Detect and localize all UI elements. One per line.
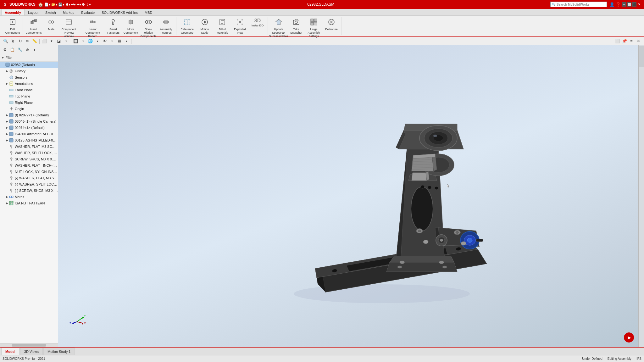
maximize-btn[interactable]: ⬛: [632, 2, 636, 7]
reference-geometry-btn[interactable]: ReferenceGeometry: [179, 17, 195, 35]
quick-settings[interactable]: ⚙: [82, 3, 85, 7]
view-hide-drop[interactable]: ▾: [109, 38, 115, 44]
tree-expand-btn[interactable]: ▸: [31, 46, 38, 53]
view-pin-btn[interactable]: 📌: [621, 38, 628, 44]
tree-expander-comp2[interactable]: ▶: [5, 118, 9, 125]
tree-item-mates[interactable]: ▶Mates: [0, 194, 58, 200]
restore-btn[interactable]: ⬜: [627, 2, 631, 7]
view-orientation-drop[interactable]: ▾: [63, 38, 69, 44]
view-expand-btn[interactable]: ⬜: [614, 38, 621, 44]
tree-expander-comp3[interactable]: ▶: [5, 125, 9, 131]
tree-scroll[interactable]: [0, 343, 58, 347]
insert-components-btn[interactable]: InsertComponents: [25, 17, 42, 35]
tree-property-btn[interactable]: 🔧: [16, 46, 23, 53]
tab-markup[interactable]: Markup: [59, 9, 78, 15]
tree-item-comp9[interactable]: WASHER, FLAT - INCH<1> (.190 I: [0, 162, 58, 169]
large-assembly-btn[interactable]: LargeAssemblySettings: [306, 17, 322, 35]
tree-home-btn[interactable]: ⚙: [1, 46, 8, 53]
tab-sketch[interactable]: Sketch: [42, 9, 59, 15]
view-display-drop[interactable]: ▾: [80, 38, 86, 44]
view-scene-drop[interactable]: ▾: [94, 38, 101, 44]
tree-item-comp5[interactable]: ▶00195-AS-INSTALLED-02982-V1<1: [0, 137, 58, 143]
view-pan-btn[interactable]: 🖱: [10, 38, 16, 44]
user-icon[interactable]: 👤: [609, 2, 614, 7]
view-panel-btn[interactable]: ≡: [628, 38, 635, 44]
tree-item-annotations[interactable]: ▶Annotations: [0, 81, 58, 87]
view-sketch-btn[interactable]: ✏: [24, 38, 31, 44]
move-component-btn[interactable]: MoveComponent: [123, 17, 139, 35]
tree-scrollbar-thumb[interactable]: [12, 344, 46, 347]
snapshot-btn[interactable]: TakeSnapshot: [288, 17, 304, 35]
minimize-btn[interactable]: ─: [622, 2, 626, 7]
view-rotate-btn[interactable]: ↻: [17, 38, 23, 44]
exploded-view-btn[interactable]: ExplodedView: [232, 17, 248, 35]
search-box[interactable]: 🔍 Search MySolidWorks: [550, 2, 607, 7]
tree-expander-comp5[interactable]: ▶: [5, 137, 9, 143]
view-orientation-btn[interactable]: ◪: [56, 38, 62, 44]
view-close-btn[interactable]: ✕: [635, 38, 641, 44]
defeature-btn[interactable]: Defeature: [323, 17, 340, 35]
view-section-btn[interactable]: ▾: [48, 38, 55, 44]
viewport[interactable]: Y X Z ▶: [58, 45, 638, 347]
instant3d-btn[interactable]: 3D Instant3D: [249, 17, 266, 35]
motion-study-btn[interactable]: MotionStudy: [197, 17, 213, 35]
view-scene-btn[interactable]: 🌐: [87, 38, 93, 44]
tree-item-comp8[interactable]: SCREW, SHCS, M3 X 0.5 MM THRI: [0, 156, 58, 162]
tree-config-btn[interactable]: ⊕: [24, 46, 31, 53]
view-monitor-drop[interactable]: ▾: [123, 38, 130, 44]
view-box-btn[interactable]: ⬜: [41, 38, 47, 44]
play-button[interactable]: ▶: [624, 332, 634, 343]
view-display-btn[interactable]: 🔲: [73, 38, 79, 44]
tree-item-comp13[interactable]: (-) SCREW, SHCS, M3 X 0.5 MM T: [0, 187, 58, 194]
view-monitor-btn[interactable]: 🖥: [116, 38, 122, 44]
tree-item-sensors[interactable]: Sensors: [0, 74, 58, 81]
tree-expander-comp1[interactable]: ▶: [5, 112, 9, 118]
tree-item-comp7[interactable]: WASHER, SPLIT LOCK, M3 SCREW: [0, 150, 58, 156]
update-speedpak-btn[interactable]: UpdateSpeedPakSubassemblies: [270, 17, 287, 35]
tree-item-root[interactable]: 02982 (Default): [0, 62, 58, 68]
tab-addins[interactable]: SOLIDWORKS Add-Ins: [98, 9, 141, 15]
tab-evaluate[interactable]: Evaluate: [78, 9, 98, 15]
view-hide-btn[interactable]: 👁: [102, 38, 108, 44]
tree-item-comp10[interactable]: NUT, LOCK, NYLON-INSERT - INC: [0, 169, 58, 175]
smart-fasteners-btn[interactable]: SmartFasteners: [105, 17, 121, 35]
quick-new[interactable]: 📄▾: [44, 3, 51, 7]
tree-item-comp6[interactable]: WASHER, FLAT, M3 SCREW, 3.2 M: [0, 143, 58, 150]
quick-home[interactable]: 🏠: [38, 2, 43, 7]
quick-save[interactable]: 💾▾: [58, 3, 64, 7]
tree-item-right-plane[interactable]: Right Plane: [0, 99, 58, 106]
linear-pattern-btn[interactable]: Linear ComponentPattern: [82, 17, 104, 35]
tab-3dviews[interactable]: 3D Views: [20, 348, 43, 355]
tree-expander-comp4[interactable]: ▶: [5, 131, 9, 137]
help-icon[interactable]: ❓: [616, 2, 621, 7]
show-hidden-btn[interactable]: ShowHiddenComponents: [140, 17, 157, 35]
tree-item-comp4[interactable]: ▶ISA300 Altimeter RA CRE Connect: [0, 131, 58, 137]
tree-item-comp12[interactable]: (-) WASHER, SPLIT LOCK, M3 SCR: [0, 181, 58, 187]
tree-featuretree-btn[interactable]: 📋: [9, 46, 16, 53]
tree-item-isanut[interactable]: ▶ISA NUT PATTERN: [0, 200, 58, 206]
component-preview-btn[interactable]: ComponentPreviewWindow: [61, 17, 77, 35]
tab-model[interactable]: Model: [1, 348, 19, 355]
tree-expander-history[interactable]: ▶: [5, 68, 9, 74]
close-btn[interactable]: ✕: [637, 2, 641, 7]
quick-open[interactable]: 📂▾: [51, 3, 58, 7]
tree-expander-annotations[interactable]: ▶: [5, 81, 9, 87]
edit-component-btn[interactable]: EditComponent: [4, 17, 21, 35]
quick-print[interactable]: 🖨▾: [65, 3, 70, 7]
filter-btn[interactable]: ▼ Filter: [1, 56, 13, 59]
tree-item-comp1[interactable]: ▶(f) 02977<1> (Default): [0, 112, 58, 118]
tree-expander-mates[interactable]: ▶: [5, 194, 9, 200]
tree-item-comp3[interactable]: ▶02974<1> (Default): [0, 125, 58, 131]
tree-expander-isanut[interactable]: ▶: [5, 200, 9, 206]
quick-redo[interactable]: ↪▾: [76, 3, 81, 7]
right-panel-btn-1[interactable]: [639, 46, 644, 48]
view-zoom-btn[interactable]: 🔍: [3, 38, 9, 44]
tab-motion-study-1[interactable]: Motion Study 1: [43, 348, 75, 355]
tree-item-front-plane[interactable]: Front Plane: [0, 87, 58, 93]
bill-of-materials-btn[interactable]: Bill ofMaterials: [214, 17, 230, 35]
tab-layout[interactable]: Layout: [25, 9, 42, 15]
tree-item-comp2[interactable]: ▶03046<1> (Single Camera): [0, 118, 58, 125]
tree-item-comp11[interactable]: (-) WASHER, FLAT, M3 SCREW, 3.: [0, 175, 58, 181]
quick-extra[interactable]: ⋮▾: [86, 3, 91, 7]
tab-mbd[interactable]: MBD: [141, 9, 156, 15]
